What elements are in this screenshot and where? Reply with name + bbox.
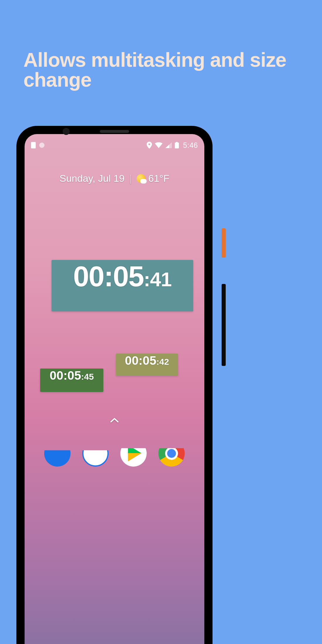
timer-sub: :41 [144, 268, 172, 291]
status-left [31, 142, 44, 148]
separator: | [129, 173, 132, 184]
marketing-headline: Allows multitasking and size change [23, 50, 304, 90]
notification-dot-icon [39, 143, 44, 148]
timer-main: 00:05 [125, 354, 156, 368]
date-weather-widget[interactable]: Sunday, Jul 19 | 61°F [25, 173, 204, 184]
play-store-app-icon[interactable] [120, 440, 147, 467]
front-camera [63, 128, 70, 135]
phone-screen: 5:46 Sunday, Jul 19 | 61°F 00:05:41 00:0… [25, 134, 204, 644]
wifi-icon [155, 142, 162, 148]
location-icon [147, 142, 152, 149]
temperature-text: 61°F [148, 173, 169, 184]
dock-row [25, 431, 204, 467]
speaker-grille [100, 130, 129, 133]
phone-frame: 5:46 Sunday, Jul 19 | 61°F 00:05:41 00:0… [16, 126, 213, 644]
svg-rect-1 [175, 143, 179, 148]
weather-sun-icon [137, 174, 145, 183]
power-button [222, 228, 226, 258]
timer-widget-large[interactable]: 00:05:41 [52, 260, 193, 311]
timer-widget-small[interactable]: 00:05:45 [40, 369, 103, 392]
sd-card-icon [31, 142, 36, 148]
status-time: 5:46 [183, 141, 198, 150]
timer-sub: :42 [156, 357, 169, 367]
chevron-up-icon [110, 417, 119, 423]
cellular-signal-icon [165, 142, 172, 148]
date-text: Sunday, Jul 19 [59, 173, 124, 184]
phone-app-icon[interactable] [44, 440, 71, 467]
timer-sub: :45 [81, 372, 94, 382]
battery-icon [175, 142, 179, 148]
volume-button [222, 284, 226, 366]
status-bar: 5:46 [25, 139, 204, 151]
timer-main: 00:05 [50, 369, 81, 383]
app-drawer-handle[interactable] [110, 417, 119, 423]
status-right: 5:46 [147, 141, 198, 150]
chrome-app-icon[interactable] [158, 440, 185, 467]
messages-app-icon[interactable] [82, 440, 109, 467]
weather-part: 61°F [137, 173, 169, 184]
timer-widget-medium[interactable]: 00:05:42 [116, 354, 178, 376]
timer-main: 00:05 [73, 260, 144, 293]
